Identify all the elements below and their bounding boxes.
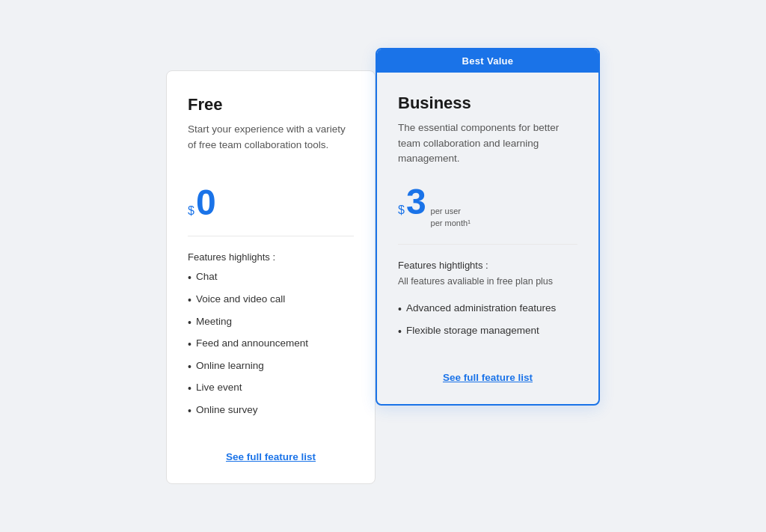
business-divider — [398, 244, 577, 245]
list-item: Feed and announcement — [188, 334, 354, 356]
best-value-banner: Best Value — [377, 49, 598, 73]
free-price-section: $ 0 — [188, 185, 354, 221]
free-plan-description: Start your experience with a variety of … — [188, 122, 354, 167]
free-see-feature-link[interactable]: See full feature list — [188, 444, 354, 462]
business-features-subtitle: All features avaliable in free plan plus — [398, 275, 577, 289]
business-card-inner: Business The essential components for be… — [377, 73, 598, 403]
free-feature-list: Chat Voice and video call Meeting Feed a… — [188, 267, 354, 422]
business-plan-title: Business — [398, 94, 577, 113]
free-price-amount: 0 — [196, 185, 216, 221]
list-item: Advanced administration features — [398, 299, 577, 321]
business-see-feature-link[interactable]: See full feature list — [398, 364, 577, 383]
list-item: Meeting — [188, 312, 354, 334]
business-price-per-line2: per month¹ — [431, 218, 471, 229]
list-item: Online learning — [188, 356, 354, 379]
free-plan-card: Free Start your experience with a variet… — [166, 70, 376, 483]
business-price-section: $ 3 per user per month¹ — [398, 184, 577, 229]
free-plan-title: Free — [188, 95, 354, 114]
list-item: Live event — [188, 378, 354, 400]
business-price-per-line1: per user — [431, 206, 471, 217]
pricing-container: Free Start your experience with a variet… — [166, 48, 600, 483]
free-price-currency: $ — [188, 205, 194, 217]
business-price-meta: per user per month¹ — [431, 206, 471, 229]
business-plan-description: The essential components for better team… — [398, 120, 577, 166]
free-features-title: Features highlights : — [188, 251, 354, 263]
list-item: Chat — [188, 267, 354, 290]
business-price-amount: 3 — [406, 184, 426, 220]
list-item: Online survey — [188, 400, 354, 423]
list-item: Flexible storage management — [398, 321, 577, 343]
business-feature-list: Advanced administration features Flexibl… — [398, 299, 577, 343]
free-price-display: $ 0 — [188, 185, 354, 221]
business-price-currency: $ — [398, 204, 405, 216]
business-features-title: Features hightlights : — [398, 260, 577, 271]
business-plan-card: Best Value Business The essential compon… — [376, 48, 600, 405]
list-item: Voice and video call — [188, 290, 354, 312]
business-price-display: $ 3 per user per month¹ — [398, 184, 577, 229]
free-divider — [188, 236, 354, 236]
